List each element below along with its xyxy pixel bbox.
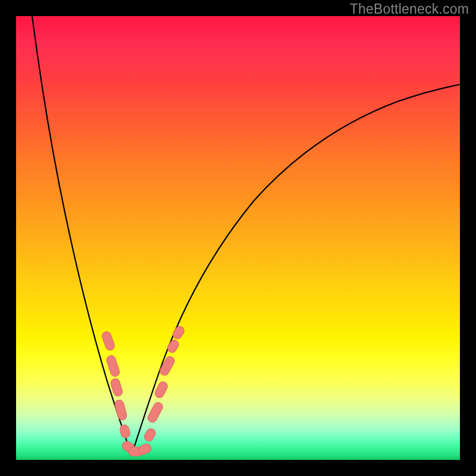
pill-marker [105, 355, 120, 378]
watermark-text: TheBottleneck.com [350, 1, 469, 17]
pill-marker [166, 339, 180, 355]
curve-svg [16, 16, 460, 460]
pill-marker [119, 424, 131, 439]
bottleneck-curve-right [131, 84, 460, 455]
pill-marker [114, 399, 127, 421]
marker-group [101, 325, 186, 456]
pill-marker [101, 330, 115, 351]
pill-marker [143, 427, 157, 443]
pill-marker [146, 401, 164, 424]
pill-marker [171, 325, 186, 341]
chart-frame [16, 16, 460, 460]
